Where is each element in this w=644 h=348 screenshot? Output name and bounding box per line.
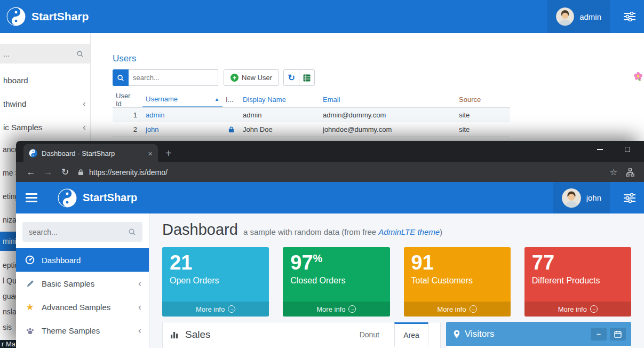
sidebar-search-input[interactable] [22, 228, 129, 236]
startsharp-swirl-logo-icon [6, 7, 26, 26]
stat-card-different-products: 77 Different Products More info → [524, 247, 631, 317]
startsharp-brand[interactable]: StartSharp [58, 188, 137, 208]
chevron-left-icon: ‹ [83, 99, 86, 108]
more-info-link[interactable]: More info → [404, 302, 511, 317]
forward-button[interactable]: → [39, 167, 57, 178]
bg-sidebar-item-northwind[interactable]: thwind ‹ [0, 92, 90, 115]
table-row[interactable]: 1 admin admin admin@dummy.com site [113, 108, 510, 122]
bookmark-star-icon[interactable]: ☆ [610, 167, 617, 177]
back-button[interactable]: ← [22, 167, 39, 178]
https-padlock-icon[interactable] [78, 169, 84, 176]
startsharp-brand[interactable]: StartSharp [6, 7, 89, 26]
column-header-source[interactable]: Source [456, 92, 509, 107]
chevron-left-icon: ‹ [138, 279, 141, 288]
avatar [556, 7, 574, 26]
stat-card-total-customers: 91 Total Customers More info → [404, 247, 511, 317]
settings-sliders-icon[interactable] [624, 193, 635, 203]
bg-sidebar-item-dashboard[interactable]: hboard [0, 68, 90, 92]
excel-export-button[interactable] [299, 69, 315, 86]
arrow-circle-icon: → [470, 305, 477, 313]
adminlte-theme-link[interactable]: AdminLTE theme [378, 227, 440, 236]
more-info-link[interactable]: More info → [162, 302, 269, 317]
bg-sidebar-search-input[interactable] [0, 50, 68, 58]
bg-top-navbar: StartSharp admin [0, 0, 644, 33]
grid-header-row: User Id Username ▲ I... Display Name Ema… [113, 92, 510, 108]
users-grid: User Id Username ▲ I... Display Name Ema… [113, 92, 510, 137]
stat-label: Different Products [524, 275, 631, 302]
bg-sidebar-item-fragment[interactable]: sis [3, 323, 12, 331]
browser-addressbar: ← → ↻ https://serenity.is/demo/ ☆ [16, 162, 644, 182]
bg-sidebar-item-fragment[interactable]: niza [3, 216, 17, 224]
map-pin-icon [454, 330, 460, 338]
bar-chart-icon [170, 330, 180, 339]
refresh-icon: ↻ [288, 73, 295, 83]
brand-text: StartSharp [31, 10, 89, 23]
star-icon: ★ [25, 302, 35, 313]
page-subtitle: a sample with random data (from free Adm… [243, 227, 442, 236]
bg-sidebar-search[interactable] [0, 44, 90, 64]
sidebar-item-advanced-samples[interactable]: ★ Advanced Samples ‹ [16, 295, 149, 319]
brand-text: StartSharp [83, 192, 137, 204]
tab-close-icon[interactable]: × [148, 149, 153, 158]
column-header-email[interactable]: Email [320, 92, 456, 107]
avatar [562, 188, 581, 208]
new-tab-button[interactable]: + [165, 148, 172, 159]
panel-title: Visitors [465, 329, 587, 339]
tab-donut[interactable]: Donut [360, 322, 379, 346]
maximize-icon [625, 147, 630, 152]
url-omnibox[interactable]: https://serenity.is/demo/ [89, 168, 610, 177]
users-toolbar: + New User ↻ [113, 69, 315, 86]
calendar-button[interactable] [610, 328, 626, 341]
browser-viewport: StartSharp john [16, 182, 644, 348]
arrow-circle-icon: → [590, 305, 598, 313]
window-minimize-button[interactable] [587, 141, 612, 158]
arrow-circle-icon: → [228, 305, 235, 313]
sitemap-icon[interactable] [626, 168, 634, 177]
grid-refresh-button[interactable]: ↻ [283, 69, 299, 86]
browser-titlebar: Dashboard - StartSharp × + [16, 141, 644, 162]
reload-button[interactable]: ↻ [57, 167, 74, 178]
window-maximize-button[interactable] [615, 141, 640, 158]
column-header-username[interactable]: Username ▲ [142, 92, 222, 107]
sidebar-search[interactable] [22, 222, 142, 242]
dashboard-gauge-icon [25, 255, 35, 265]
sidebar-item-basic-samples[interactable]: Basic Samples ‹ [16, 272, 149, 295]
more-info-link[interactable]: More info → [283, 302, 389, 317]
browser-window: Dashboard - StartSharp × + ← → ↻ https:/… [16, 141, 644, 348]
username-link[interactable]: admin [142, 111, 222, 119]
new-user-button[interactable]: + New User [224, 69, 279, 86]
more-info-link[interactable]: More info → [524, 302, 631, 317]
stat-cards-row: 21 Open Orders More info → 97% Closed Or… [162, 247, 631, 317]
stat-value: 77 [524, 247, 631, 275]
bg-sidebar-item-basic-samples[interactable]: ic Samples ‹ [0, 115, 90, 139]
stat-card-closed-orders: 97% Closed Orders More info → [283, 247, 389, 317]
app-top-navbar: StartSharp john [16, 182, 644, 213]
hamburger-menu-icon[interactable] [26, 193, 37, 202]
panel-title: Sales [185, 329, 211, 341]
column-header-display-name[interactable]: Display Name [240, 92, 320, 107]
stat-card-open-orders: 21 Open Orders More info → [162, 247, 269, 317]
user-menu[interactable]: admin [547, 0, 610, 33]
grid-search-input[interactable] [129, 69, 218, 86]
sidebar-item-dashboard[interactable]: Dashboard [16, 248, 149, 272]
tab-title: Dashboard - StartSharp [42, 149, 144, 157]
grid-search-button[interactable] [113, 69, 129, 86]
sort-ascending-icon: ▲ [214, 97, 219, 102]
search-icon [76, 50, 84, 58]
collapse-button[interactable]: − [591, 328, 607, 341]
plus-circle-icon: + [230, 74, 238, 82]
column-header-user-id[interactable]: User Id [113, 92, 142, 107]
impersonate-lock-icon[interactable] [228, 126, 234, 133]
table-row[interactable]: 2 john John Doe johndoe@dummy.com site [113, 122, 510, 137]
user-menu[interactable]: john [553, 182, 610, 213]
favicon-swirl-icon [29, 149, 37, 157]
settings-sliders-icon[interactable] [624, 12, 635, 21]
stat-label: Closed Orders [283, 275, 389, 302]
tab-area[interactable]: Area [394, 322, 428, 346]
stat-label: Open Orders [162, 275, 269, 302]
sidebar-item-theme-samples[interactable]: Theme Samples ‹ [16, 319, 149, 342]
username-link[interactable]: john [142, 125, 222, 133]
arrow-circle-icon: → [348, 305, 356, 313]
browser-tab[interactable]: Dashboard - StartSharp × [23, 144, 158, 162]
column-header-impersonation[interactable]: I... [222, 92, 240, 107]
